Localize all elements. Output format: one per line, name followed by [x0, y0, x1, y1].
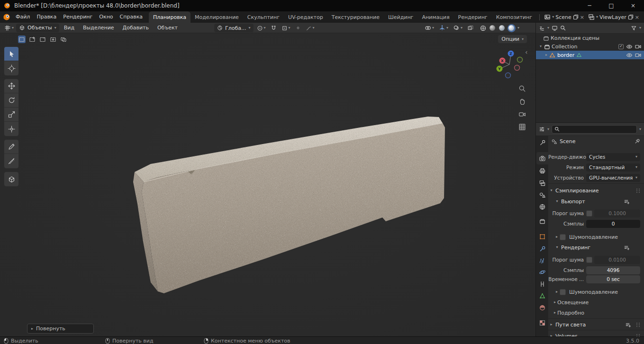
remove-viewlayer-icon[interactable]: ×: [635, 14, 639, 20]
new-scene-icon[interactable]: [573, 14, 579, 20]
tab-world[interactable]: [536, 200, 548, 213]
select-mode-new-button[interactable]: [18, 36, 26, 43]
collection-row[interactable]: ▾ Collection ✓: [536, 42, 644, 51]
viewlayer-icon[interactable]: [588, 14, 595, 20]
light-paths-section-header[interactable]: ▸ Пути света: [548, 320, 644, 329]
proportional-falloff-dropdown[interactable]: ▾: [304, 24, 316, 32]
noise-threshold-checkbox[interactable]: [586, 210, 592, 217]
scene-browse-icon[interactable]: [544, 14, 551, 20]
shading-wireframe-button[interactable]: [479, 24, 487, 32]
mode-dropdown[interactable]: Объекты ▾: [16, 24, 59, 32]
render-denoise-row[interactable]: ▸ Шумоподавление: [548, 288, 644, 296]
outliner-display-mode-icon[interactable]: [552, 25, 558, 31]
disclosure-closed-icon[interactable]: ▸: [545, 53, 547, 57]
snap-target-dropdown[interactable]: ▾: [280, 24, 292, 32]
viewport-subsection-header[interactable]: ▾ Вьюпорт: [548, 197, 644, 206]
workspace-tab-texture-paint[interactable]: Текстурирование: [327, 11, 384, 23]
outliner-editor-type-button[interactable]: [539, 25, 545, 31]
workspace-tab-sculpting[interactable]: Скульптинг: [243, 11, 284, 23]
object-row-border[interactable]: ▸ border: [536, 51, 644, 59]
tab-modifiers[interactable]: [536, 243, 548, 255]
sampling-section-header[interactable]: ▾ Сэмплирование: [548, 186, 644, 195]
tab-scene[interactable]: [536, 189, 548, 201]
lights-row[interactable]: ▸ Освещение: [548, 298, 644, 307]
breadcrumb-scene[interactable]: Scene: [560, 138, 576, 145]
sampling-title[interactable]: Сэмплирование: [555, 188, 599, 194]
viewport-denoise-row[interactable]: ▸ Шумоподавление: [548, 233, 644, 241]
menu-add[interactable]: Добавить: [119, 24, 153, 32]
denoise-checkbox[interactable]: [560, 234, 566, 240]
menu-select[interactable]: Выделение: [79, 24, 118, 32]
tab-object-data[interactable]: [536, 290, 548, 302]
samples-field[interactable]: 0: [586, 220, 640, 228]
menu-edit[interactable]: Правка: [33, 13, 60, 21]
disable-render-icon[interactable]: [635, 44, 641, 49]
orientation-dropdown[interactable]: Глоба... ▾: [214, 24, 254, 32]
sidebar-collapse-icon[interactable]: ‹: [525, 48, 528, 56]
menu-file[interactable]: Файл: [12, 13, 33, 21]
workspace-tab-animation[interactable]: Анимация: [417, 11, 454, 23]
proportional-edit-toggle[interactable]: [294, 24, 302, 32]
tab-physics[interactable]: [536, 266, 548, 278]
feature-set-dropdown[interactable]: Стандартный ▾: [586, 163, 640, 172]
pan-hand-icon[interactable]: [518, 97, 526, 106]
scene-name[interactable]: Scene: [555, 14, 571, 20]
hide-eye-icon[interactable]: [626, 44, 633, 49]
preset-icon[interactable]: [624, 199, 630, 205]
viewport-subsection-title[interactable]: Вьюпорт: [561, 199, 585, 205]
menu-window[interactable]: Окно: [96, 13, 116, 21]
device-dropdown[interactable]: GPU-вычисления ▾: [586, 174, 640, 182]
tool-3d-cursor[interactable]: [4, 61, 18, 75]
panel-closed-icon[interactable]: ▸: [554, 300, 556, 304]
minimize-button[interactable]: ─: [579, 0, 600, 11]
maximize-button[interactable]: □: [600, 0, 622, 11]
tool-scale[interactable]: [4, 108, 18, 122]
overlays-toggle[interactable]: ▾: [452, 24, 464, 32]
outliner-filter-icon[interactable]: [631, 25, 637, 31]
outliner-search-icon[interactable]: [560, 25, 566, 31]
shading-solid-button[interactable]: [489, 24, 497, 32]
workspace-tab-layout[interactable]: Планировка: [149, 11, 190, 23]
noise-threshold-checkbox[interactable]: [586, 257, 592, 263]
zoom-icon[interactable]: [518, 84, 526, 93]
panel-closed-icon[interactable]: ▸: [548, 323, 554, 326]
scene-collection-label[interactable]: Коллекция сцены: [551, 35, 599, 41]
workspace-tab-shading[interactable]: Шейдинг: [384, 11, 417, 23]
hide-eye-icon[interactable]: [626, 53, 633, 58]
render-subsection-header[interactable]: ▾ Рендеринг: [548, 243, 644, 252]
panel-closed-icon[interactable]: ▸: [554, 311, 556, 315]
noise-threshold-field[interactable]: 0.0100: [594, 256, 640, 264]
tool-add-cube[interactable]: [4, 172, 18, 186]
select-mode-invert-button[interactable]: [49, 36, 57, 43]
workspace-tab-rendering[interactable]: Рендеринг: [454, 11, 492, 23]
workspace-tab-uv[interactable]: UV-редактор: [284, 11, 327, 23]
ortho-grid-icon[interactable]: [518, 123, 526, 131]
pin-icon[interactable]: [635, 138, 640, 144]
panel-grip-icon[interactable]: [635, 322, 641, 327]
collection-checkbox[interactable]: ✓: [618, 44, 624, 49]
properties-editor-type-button[interactable]: [539, 126, 545, 132]
menu-render[interactable]: Рендеринг: [60, 13, 96, 21]
tool-select-box[interactable]: [4, 47, 18, 61]
volumes-section-header[interactable]: ▸ Volumes: [548, 332, 644, 336]
workspace-tab-compositing[interactable]: Композитинг: [492, 11, 536, 23]
preset-icon[interactable]: [625, 322, 631, 328]
panel-open-icon[interactable]: ▾: [554, 245, 560, 249]
pivot-dropdown[interactable]: ▾: [255, 24, 267, 32]
viewport-canvas[interactable]: Опции ▾: [0, 33, 535, 336]
disclosure-open-icon[interactable]: ▾: [540, 45, 542, 48]
axis-y-negative-icon[interactable]: [517, 57, 523, 63]
scene-collection-row[interactable]: Коллекция сцены: [536, 34, 644, 42]
axis-z-negative-icon[interactable]: [506, 73, 511, 78]
panel-grip-icon[interactable]: [635, 188, 641, 193]
camera-view-icon[interactable]: [518, 110, 526, 118]
tab-object[interactable]: [536, 230, 548, 243]
blender-app-menu-icon[interactable]: [3, 13, 10, 21]
menu-help[interactable]: Справка: [117, 13, 146, 21]
select-mode-intersect-button[interactable]: [60, 36, 67, 43]
menu-object[interactable]: Объект: [154, 24, 181, 32]
axis-x-negative-icon[interactable]: [515, 65, 520, 71]
editor-type-button[interactable]: ▾: [3, 24, 15, 32]
gizmos-toggle[interactable]: ▾: [437, 24, 450, 32]
unlink-scene-icon[interactable]: ×: [580, 14, 584, 20]
